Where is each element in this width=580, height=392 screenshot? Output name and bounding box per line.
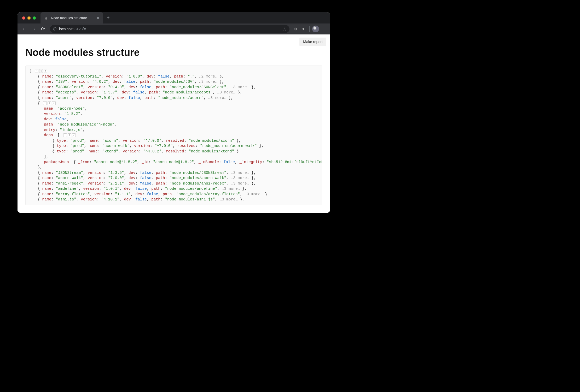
make-report-button[interactable]: Make report xyxy=(299,38,326,46)
struct-controls[interactable]: −sƒ xyxy=(43,101,56,105)
module-row[interactable]: { name: "acorn", version: "7.0.0", dev: … xyxy=(29,95,318,101)
tab-favicon: ✈ xyxy=(43,15,49,21)
bookmark-star-icon[interactable]: ☆ xyxy=(283,27,286,32)
expanded-version: version: "1.8.2", xyxy=(29,111,318,117)
dep-row[interactable]: { type: "prod", name: "acorn-walk", vers… xyxy=(29,143,318,149)
expanded-packagejson[interactable]: packageJson: { _from: "acorn-node@^1.5.2… xyxy=(29,159,318,165)
browser-window: ✈ Node modules structure ✕ + ← → ⟳ ⓘ loc… xyxy=(18,12,330,213)
profile-avatar[interactable] xyxy=(312,26,319,32)
tab-close-button[interactable]: ✕ xyxy=(96,16,100,20)
site-info-icon[interactable]: ⓘ xyxy=(53,27,56,31)
page-content: Make report Node modules structure [ −sƒ… xyxy=(18,34,330,213)
expanded-deps-close: ], xyxy=(29,154,318,159)
dep-row[interactable]: { type: "prod", name: "xtend", version: … xyxy=(29,149,318,154)
module-row-expanded[interactable]: { −sƒ xyxy=(29,100,318,106)
module-row[interactable]: { name: "JSONStream", version: "1.3.5", … xyxy=(29,170,318,176)
struct-controls[interactable]: −sƒ xyxy=(63,133,76,137)
forward-button[interactable]: → xyxy=(30,25,37,33)
extension-icon-1[interactable]: ⚙ xyxy=(293,26,299,32)
toolbar: ← → ⟳ ⓘ localhost:8123/# ☆ ⚙ ✈ ⋮ xyxy=(18,23,330,34)
module-row[interactable]: { name: "discovery-tutorial", version: "… xyxy=(29,74,318,79)
module-row[interactable]: { name: "accepts", version: "1.3.7", dev… xyxy=(29,90,318,95)
module-row[interactable]: { name: "acorn-walk", version: "7.0.0", … xyxy=(29,175,318,181)
url-text: localhost:8123/# xyxy=(59,27,86,31)
module-row[interactable]: { name: "JSONSelect", version: "0.4.0", … xyxy=(29,85,318,90)
browser-tab[interactable]: ✈ Node modules structure ✕ xyxy=(40,12,103,23)
module-row-expanded-close: }, xyxy=(29,165,318,170)
struct-controls[interactable]: −sƒ xyxy=(35,69,47,73)
expanded-path: path: "node_modules/acorn-node", xyxy=(29,122,318,127)
expanded-deps-open: deps: [ −sƒ xyxy=(29,133,318,138)
module-row[interactable]: { name: "ansi-regex", version: "2.1.1", … xyxy=(29,181,318,186)
modules-structure: [ −sƒ{ name: "discovery-tutorial", versi… xyxy=(25,66,322,205)
tab-title: Node modules structure xyxy=(51,16,87,20)
array-open: [ −sƒ xyxy=(29,68,318,74)
new-tab-button[interactable]: + xyxy=(107,15,110,21)
module-row[interactable]: { name: "asn1.js", version: "4.10.1", de… xyxy=(29,197,318,202)
dep-row[interactable]: { type: "prod", name: "acorn", version: … xyxy=(29,138,318,144)
back-button[interactable]: ← xyxy=(20,25,28,33)
browser-menu-button[interactable]: ⋮ xyxy=(321,26,327,32)
minimize-window-button[interactable] xyxy=(27,16,31,20)
expanded-name: name: "acorn-node", xyxy=(29,106,318,111)
module-row[interactable]: { name: "amdefine", version: "1.0.1", de… xyxy=(29,186,318,192)
module-row[interactable]: { name: "JSV", version: "4.0.2", dev: fa… xyxy=(29,79,318,85)
address-bar[interactable]: ⓘ localhost:8123/# ☆ xyxy=(50,25,289,33)
toolbar-separator xyxy=(309,26,310,32)
page-title: Node modules structure xyxy=(25,47,322,58)
maximize-window-button[interactable] xyxy=(33,16,36,20)
reload-button[interactable]: ⟳ xyxy=(39,25,47,33)
module-row[interactable]: { name: "array-flatten", version: "1.1.1… xyxy=(29,192,318,197)
expanded-entry: entry: "index.js", xyxy=(29,127,318,133)
window-controls xyxy=(18,16,36,20)
close-window-button[interactable] xyxy=(22,16,25,20)
titlebar: ✈ Node modules structure ✕ + xyxy=(18,12,330,23)
expanded-dev: dev: false, xyxy=(29,117,318,122)
extension-icon-2[interactable]: ✈ xyxy=(300,26,307,32)
